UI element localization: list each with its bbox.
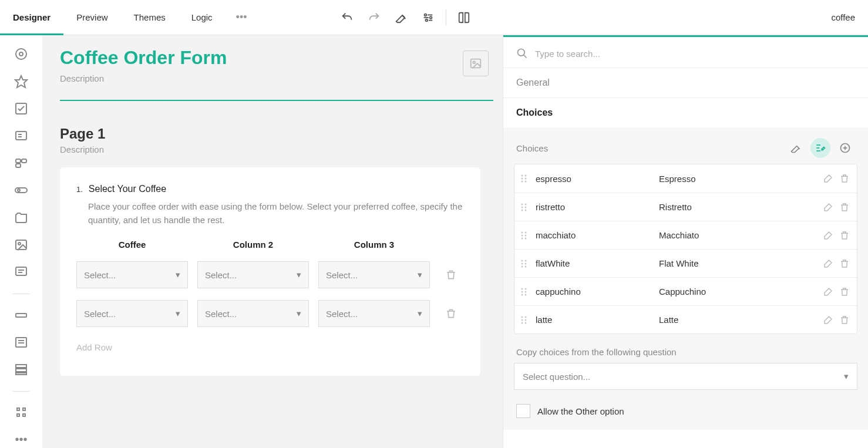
matrix-col-header[interactable]: Coffee	[76, 240, 188, 250]
page-title[interactable]: Page 1	[60, 126, 493, 142]
redo-button[interactable]	[361, 5, 387, 31]
drag-handle-icon[interactable]	[520, 203, 527, 212]
tool-boolean-icon[interactable]	[9, 182, 33, 198]
choice-value[interactable]: cappuchino	[536, 287, 659, 297]
svg-point-63	[522, 265, 523, 267]
drag-handle-icon[interactable]	[520, 231, 527, 240]
question-card[interactable]: 1. Select Your Coffee Place your coffee …	[60, 167, 480, 376]
tool-tagbox-icon[interactable]	[9, 155, 33, 171]
clear-choices-icon[interactable]	[786, 138, 806, 158]
edit-choice-icon[interactable]	[823, 230, 833, 241]
copy-choices-select[interactable]: Select question... ▾	[514, 363, 857, 390]
edit-choice-icon[interactable]	[823, 287, 833, 297]
choice-value[interactable]: ristretto	[536, 202, 659, 212]
choice-value[interactable]: latte	[536, 315, 659, 325]
undo-button[interactable]	[334, 5, 360, 31]
tab-logic[interactable]: Logic	[179, 0, 226, 35]
drag-handle-icon[interactable]	[520, 259, 527, 268]
delete-choice-icon[interactable]	[839, 173, 850, 184]
edit-choice-icon[interactable]	[823, 173, 833, 184]
matrix-col-header[interactable]: Column 3	[318, 240, 430, 250]
form-title[interactable]: Coffee Order Form	[60, 47, 227, 69]
delete-row-icon[interactable]	[445, 308, 457, 319]
choice-text[interactable]: Latte	[659, 315, 823, 325]
svg-point-51	[522, 209, 523, 211]
tool-palette: •••	[0, 35, 42, 448]
svg-point-70	[525, 294, 527, 295]
docs-button[interactable]	[451, 5, 477, 31]
choice-row[interactable]: latteLatte	[514, 305, 857, 334]
delete-choice-icon[interactable]	[839, 202, 850, 213]
allow-other-checkbox[interactable]	[516, 404, 530, 418]
tool-panel-icon[interactable]	[9, 404, 33, 420]
page-description[interactable]: Description	[60, 144, 493, 154]
properties-search	[503, 37, 868, 68]
top-bar: Designer Preview Themes Logic ••• c	[0, 0, 868, 35]
drag-handle-icon[interactable]	[520, 315, 527, 325]
tool-comment-icon[interactable]	[9, 264, 33, 280]
delete-row-icon[interactable]	[445, 269, 457, 281]
form-description[interactable]: Description	[60, 73, 227, 83]
choice-value[interactable]: flatWhite	[536, 258, 659, 268]
delete-choice-icon[interactable]	[839, 230, 850, 241]
choice-text[interactable]: Espresso	[659, 174, 823, 184]
drag-handle-icon[interactable]	[520, 174, 527, 183]
edit-choice-icon[interactable]	[823, 258, 833, 269]
question-description[interactable]: Place your coffee order with ease using …	[88, 200, 464, 227]
tool-radiogroup-icon[interactable]	[9, 46, 33, 62]
matrix-row: Select...▾ Select...▾ Select...▾	[76, 261, 464, 288]
svg-rect-14	[22, 159, 26, 163]
delete-choice-icon[interactable]	[839, 258, 850, 269]
question-title[interactable]: Select Your Coffee	[89, 184, 166, 194]
tool-checkbox-icon[interactable]	[9, 100, 33, 117]
tool-matrix-icon[interactable]	[9, 361, 33, 378]
svg-point-58	[525, 237, 527, 239]
tab-themes[interactable]: Themes	[121, 0, 179, 35]
svg-point-73	[522, 319, 523, 321]
batch-edit-icon[interactable]	[810, 138, 830, 158]
edit-choice-icon[interactable]	[823, 202, 833, 213]
tool-file-icon[interactable]	[9, 209, 33, 225]
matrix-col-header[interactable]: Column 2	[197, 240, 309, 250]
choice-text[interactable]: Flat White	[659, 258, 823, 268]
matrix-cell-select[interactable]: Select...▾	[197, 261, 309, 288]
section-general[interactable]: General	[503, 68, 868, 97]
matrix-cell-select[interactable]: Select...▾	[76, 261, 188, 288]
edit-choice-icon[interactable]	[823, 315, 833, 325]
matrix-cell-select[interactable]: Select...▾	[197, 300, 309, 327]
tab-designer[interactable]: Designer	[0, 0, 63, 35]
choice-row[interactable]: macchiatoMacchiato	[514, 221, 857, 249]
delete-choice-icon[interactable]	[839, 287, 850, 297]
matrix-cell-select[interactable]: Select...▾	[318, 300, 430, 327]
tool-rating-icon[interactable]	[9, 73, 33, 89]
tool-image-icon[interactable]	[9, 237, 33, 253]
choice-row[interactable]: flatWhiteFlat White	[514, 249, 857, 277]
section-choices[interactable]: Choices	[503, 98, 868, 127]
choice-text[interactable]: Macchiato	[659, 230, 823, 240]
matrix-cell-select[interactable]: Select...▾	[76, 300, 188, 327]
choice-row[interactable]: cappuchinoCappuchino	[514, 277, 857, 305]
choice-row[interactable]: espressoEspresso	[514, 164, 857, 193]
matrix-cell-select[interactable]: Select...▾	[318, 261, 430, 288]
add-choice-icon[interactable]	[835, 138, 855, 158]
drag-handle-icon[interactable]	[520, 287, 527, 297]
svg-point-17	[18, 189, 20, 191]
tool-singleline-icon[interactable]	[9, 306, 33, 323]
choice-row[interactable]: ristrettoRistretto	[514, 193, 857, 221]
choice-text[interactable]: Ristretto	[659, 202, 823, 212]
settings-button[interactable]	[415, 5, 441, 31]
delete-choice-icon[interactable]	[839, 315, 850, 325]
search-input[interactable]	[535, 49, 855, 59]
tool-more-icon[interactable]: •••	[9, 432, 33, 448]
choice-value[interactable]: macchiato	[536, 230, 659, 240]
image-placeholder-icon[interactable]	[463, 50, 489, 76]
tabs-more-icon[interactable]: •••	[226, 0, 258, 35]
choice-text[interactable]: Cappuchino	[659, 287, 823, 297]
erase-button[interactable]	[388, 5, 414, 31]
tool-dropdown-icon[interactable]	[9, 127, 33, 144]
choice-value[interactable]: espresso	[536, 174, 659, 184]
toolbar-separator	[446, 9, 446, 26]
tab-preview[interactable]: Preview	[63, 0, 120, 35]
add-row-button[interactable]: Add Row	[76, 342, 464, 352]
tool-multiline-icon[interactable]	[9, 334, 33, 351]
